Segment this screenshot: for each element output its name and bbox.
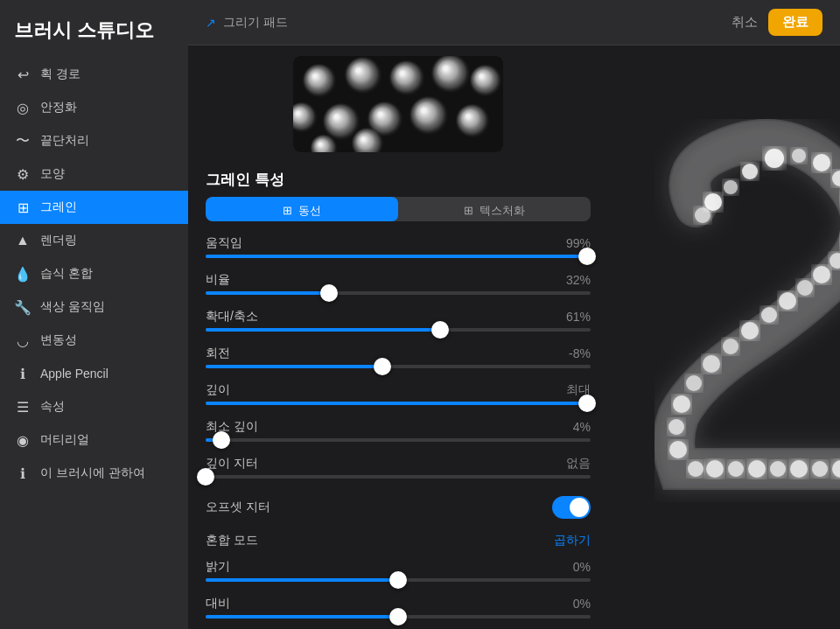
sidebar-item-material[interactable]: ◉ 머티리얼: [0, 423, 188, 457]
sidebar-item-variation[interactable]: ◡ 변동성: [0, 324, 188, 357]
sidebar-item-stroke-path[interactable]: ↩ 획 경로: [0, 58, 188, 91]
svg-point-2: [742, 164, 758, 179]
end-treatment-icon: 〜: [14, 132, 32, 150]
left-panel: 그레인 특성 ⊞ 동선 ⊞ 텍스처화 움직임 99%: [188, 45, 608, 629]
blend-mode-row: 혼합 모드 곱하기: [188, 526, 608, 556]
topbar-left: ↗ 그리기 패드: [206, 15, 288, 31]
svg-point-14: [761, 307, 777, 323]
sidebar-label-material: 머티리얼: [40, 432, 89, 448]
sidebar-label-stabilization: 안정화: [40, 100, 77, 115]
depth-jitter-value: 없음: [566, 456, 591, 472]
contrast-slider-row: 대비 0%: [188, 592, 608, 629]
sidebar-item-stabilization[interactable]: ◎ 안정화: [0, 91, 188, 124]
blend-mode-label: 혼합 모드: [206, 533, 258, 549]
brightness-value: 0%: [573, 560, 591, 574]
ratio-slider-row: 비율 32%: [188, 269, 608, 305]
sidebar-label-properties: 속성: [40, 399, 65, 415]
rotation-value: -8%: [569, 346, 591, 360]
movement-slider-row: 움직임 99%: [188, 232, 608, 269]
svg-point-13: [779, 292, 796, 310]
about-icon: ℹ: [14, 465, 32, 482]
offset-jitter-knob: [570, 498, 589, 517]
offset-jitter-toggle[interactable]: [552, 496, 591, 519]
min-depth-label: 최소 깊이: [206, 419, 258, 435]
cancel-button[interactable]: 취소: [732, 14, 758, 31]
scale-slider-row: 확대/축소 61%: [188, 305, 608, 342]
stabilization-icon: ◎: [14, 99, 32, 116]
rendering-icon: ▲: [14, 232, 32, 249]
offset-jitter-row: 오프셋 지터: [188, 489, 608, 526]
scale-label: 확대/축소: [206, 309, 258, 325]
tab-motion[interactable]: ⊞ 동선: [206, 197, 398, 221]
svg-point-4: [792, 149, 806, 163]
blend-mode-value[interactable]: 곱하기: [554, 533, 591, 549]
drawing-pad-label: 그리기 패드: [223, 15, 288, 31]
ratio-label: 비율: [206, 272, 230, 288]
sidebar-item-end-treatment[interactable]: 〜 끝단처리: [0, 124, 188, 157]
content-area: 그레인 특성 ⊞ 동선 ⊞ 텍스처화 움직임 99%: [188, 45, 840, 629]
shape-icon: ⚙: [14, 165, 32, 183]
depth-track[interactable]: [206, 402, 591, 405]
properties-icon: ☰: [14, 398, 32, 416]
sidebar-label-about: 이 브러시에 관하여: [40, 465, 145, 481]
ratio-track[interactable]: [206, 291, 591, 295]
sidebar-item-grain[interactable]: ⊞ 그레인: [0, 191, 188, 224]
svg-point-23: [706, 460, 724, 478]
svg-point-21: [669, 441, 687, 458]
svg-point-1: [724, 180, 738, 194]
contrast-label: 대비: [206, 596, 230, 612]
brightness-track[interactable]: [206, 578, 591, 582]
sidebar-label-rendering: 렌더링: [40, 233, 77, 248]
svg-point-5: [813, 154, 830, 171]
svg-point-16: [723, 339, 738, 354]
sidebar-label-wet-mix: 습식 혼합: [40, 266, 93, 282]
stroke-path-icon: ↩: [14, 66, 32, 83]
sidebar-label-apple-pencil: Apple Pencil: [40, 367, 108, 381]
depth-jitter-label: 깊이 지터: [206, 456, 258, 472]
svg-point-22: [688, 461, 704, 477]
min-depth-track[interactable]: [206, 438, 591, 442]
topbar-right: 취소 완료: [732, 9, 822, 36]
grain-tabs: ⊞ 동선 ⊞ 텍스처화: [206, 197, 591, 221]
sidebar-label-color-dynamics: 색상 움직임: [40, 299, 105, 315]
svg-point-20: [668, 419, 684, 435]
sidebar-item-color-dynamics[interactable]: 🔧 색상 움직임: [0, 290, 188, 324]
grain-section-title: 그레인 특성: [188, 159, 608, 197]
movement-track[interactable]: [206, 255, 591, 258]
svg-point-26: [770, 461, 786, 477]
rotation-slider-row: 회전 -8%: [188, 342, 608, 379]
scale-track[interactable]: [206, 328, 591, 332]
sidebar-label-end-treatment: 끝단처리: [40, 133, 89, 149]
svg-point-31: [695, 207, 710, 223]
min-depth-value: 4%: [573, 420, 591, 434]
svg-point-12: [797, 280, 813, 296]
material-icon: ◉: [14, 431, 32, 449]
sidebar-item-shape[interactable]: ⚙ 모양: [0, 157, 188, 191]
tab-texturize-label: 텍스처화: [480, 204, 525, 217]
contrast-value: 0%: [573, 597, 591, 611]
sidebar-label-stroke-path: 획 경로: [40, 66, 80, 82]
main-panel: ↗ 그리기 패드 취소 완료 그레인 특성 ⊞ 동선: [188, 0, 840, 629]
rotation-label: 회전: [206, 346, 230, 361]
depth-jitter-track[interactable]: [206, 475, 591, 479]
tab-texturize[interactable]: ⊞ 텍스처화: [398, 197, 591, 221]
sidebar-label-variation: 변동성: [40, 332, 77, 348]
rotation-track[interactable]: [206, 365, 591, 368]
sidebar: 브러시 스튜디오 ↩ 획 경로 ◎ 안정화 〜 끝단처리 ⚙ 모양 ⊞ 그레인 …: [0, 0, 188, 629]
contrast-track[interactable]: [206, 615, 591, 619]
sidebar-item-properties[interactable]: ☰ 속성: [0, 390, 188, 423]
done-button[interactable]: 완료: [768, 9, 822, 36]
sidebar-item-apple-pencil[interactable]: ℹ Apple Pencil: [0, 357, 188, 390]
svg-point-15: [741, 322, 759, 339]
depth-label: 깊이: [206, 382, 230, 398]
ratio-value: 32%: [566, 273, 591, 287]
sidebar-item-about[interactable]: ℹ 이 브러시에 관하여: [0, 457, 188, 490]
svg-point-0: [704, 193, 722, 211]
sidebar-item-rendering[interactable]: ▲ 렌더링: [0, 224, 188, 257]
drawing-pad-icon: ↗: [206, 16, 216, 30]
topbar: ↗ 그리기 패드 취소 완료: [188, 0, 840, 45]
sidebar-item-wet-mix[interactable]: 💧 습식 혼합: [0, 257, 188, 290]
svg-point-27: [790, 460, 808, 478]
brightness-label: 밝기: [206, 559, 230, 575]
stroke-preview-svg: [608, 119, 840, 556]
